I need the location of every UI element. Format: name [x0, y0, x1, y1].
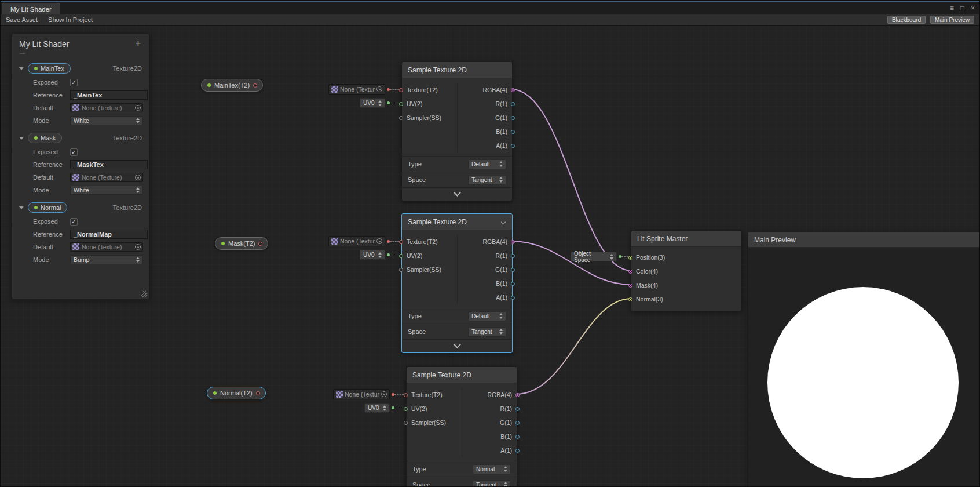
resize-handle[interactable] — [141, 291, 147, 297]
g-output-port[interactable] — [511, 116, 515, 120]
collapse-button[interactable] — [402, 340, 512, 352]
a-output-port[interactable] — [511, 144, 515, 148]
node-title[interactable]: Lit Sprite Master — [631, 231, 741, 247]
r-output-port[interactable] — [511, 254, 515, 258]
blackboard-toggle-button[interactable]: Blackboard — [887, 16, 926, 24]
texture-object-field[interactable]: None (Texture) — [328, 236, 385, 246]
uv-input-port[interactable] — [399, 102, 403, 106]
normal-input-port[interactable] — [628, 297, 632, 301]
sample-texture-2d-node-1[interactable]: Sample Texture 2D Texture(T2) UV(2) Samp… — [401, 61, 513, 201]
r-output-port[interactable] — [515, 407, 520, 411]
mode-dropdown[interactable]: Bump — [70, 255, 143, 264]
texture-output-port[interactable] — [253, 83, 257, 88]
collapse-button[interactable] — [402, 188, 512, 201]
maximize-icon[interactable]: □ — [960, 4, 964, 12]
graph-canvas[interactable]: MainTex(T2) Mask(T2) Normal(T2) None (Te… — [1, 1, 979, 486]
object-picker-icon[interactable] — [376, 86, 382, 92]
a-output-port[interactable] — [515, 449, 520, 453]
property-node-mask[interactable]: Mask(T2) — [215, 237, 268, 250]
texture-object-field[interactable]: None (Texture) — [328, 84, 385, 95]
rgba-output-port[interactable] — [511, 88, 515, 92]
texture-input-port[interactable] — [399, 88, 403, 92]
rgba-output-port[interactable] — [511, 240, 515, 244]
show-in-project-button[interactable]: Show In Project — [48, 16, 93, 23]
object-picker-icon[interactable] — [135, 244, 141, 250]
edge-rgba-to-color[interactable] — [511, 89, 631, 271]
position-input-port[interactable] — [628, 256, 632, 260]
reference-field[interactable] — [70, 160, 148, 169]
chevron-down-icon[interactable] — [501, 219, 506, 224]
mode-dropdown[interactable]: White — [70, 186, 143, 195]
save-asset-button[interactable]: Save Asset — [6, 16, 38, 23]
foldout-arrow-icon[interactable] — [19, 67, 24, 70]
texture-default-widget[interactable]: None (Texture) — [333, 389, 404, 399]
exposed-checkbox[interactable]: ✓ — [70, 148, 78, 156]
sample-texture-2d-node-3[interactable]: Sample Texture 2D Texture(T2) UV(2) Samp… — [406, 366, 517, 487]
type-dropdown[interactable]: Default — [468, 311, 506, 321]
g-output-port[interactable] — [511, 268, 515, 272]
edge-rgba-to-mask[interactable] — [511, 241, 631, 285]
space-dropdown[interactable]: Tangent — [468, 175, 506, 185]
a-output-port[interactable] — [511, 296, 515, 300]
type-dropdown[interactable]: Default — [468, 159, 506, 169]
edge-rgba-to-normal[interactable] — [516, 299, 631, 394]
texture-output-port[interactable] — [256, 391, 260, 395]
b-output-port[interactable] — [515, 435, 520, 439]
object-picker-icon[interactable] — [135, 175, 141, 180]
property-pill[interactable]: Mask — [28, 133, 62, 143]
color-input-port[interactable] — [628, 270, 632, 274]
default-texture-field[interactable]: None (Texture) — [70, 242, 143, 252]
g-output-port[interactable] — [515, 421, 520, 425]
texture-default-widget[interactable]: None (Texture) — [328, 84, 399, 95]
add-property-button[interactable]: + — [133, 39, 143, 48]
default-texture-field[interactable]: None (Texture) — [70, 173, 143, 182]
exposed-checkbox[interactable]: ✓ — [70, 79, 78, 86]
node-title[interactable]: Sample Texture 2D — [402, 214, 512, 230]
mask-input-port[interactable] — [628, 284, 632, 288]
object-picker-icon[interactable] — [135, 105, 141, 111]
type-dropdown[interactable]: Normal — [473, 464, 511, 474]
r-output-port[interactable] — [511, 102, 515, 106]
reference-field[interactable] — [70, 230, 148, 239]
space-dropdown[interactable]: Tangent — [473, 480, 511, 487]
uv-input-port[interactable] — [404, 407, 408, 411]
property-node-normal[interactable]: Normal(T2) — [207, 387, 266, 399]
mode-dropdown[interactable]: White — [70, 116, 143, 125]
property-node-maintex[interactable]: MainTex(T2) — [201, 79, 263, 92]
uv-channel-widget[interactable]: UV0 — [360, 98, 399, 108]
foldout-arrow-icon[interactable] — [19, 137, 24, 140]
menu-icon[interactable]: ≡ — [950, 4, 954, 12]
uv-dropdown[interactable]: UV0 — [360, 250, 385, 260]
uv-input-port[interactable] — [399, 254, 403, 258]
main-preview-toggle-button[interactable]: Main Preview — [930, 16, 974, 24]
uv-dropdown[interactable]: UV0 — [364, 403, 390, 413]
object-picker-icon[interactable] — [376, 238, 382, 244]
uv-channel-widget[interactable]: UV0 — [360, 250, 399, 260]
space-dropdown[interactable]: Object Space — [571, 252, 617, 261]
sampler-input-port[interactable] — [399, 268, 403, 272]
preview-viewport[interactable] — [748, 248, 980, 487]
property-pill[interactable]: Normal — [28, 202, 67, 213]
texture-default-widget[interactable]: None (Texture) — [328, 236, 399, 246]
position-space-widget[interactable]: Object Space — [571, 252, 631, 261]
texture-input-port[interactable] — [404, 393, 408, 397]
texture-output-port[interactable] — [258, 242, 262, 246]
b-output-port[interactable] — [511, 130, 515, 134]
reference-field[interactable] — [70, 90, 148, 100]
exposed-checkbox[interactable]: ✓ — [70, 218, 78, 226]
close-icon[interactable]: × — [971, 4, 975, 12]
object-picker-icon[interactable] — [381, 391, 387, 397]
uv-channel-widget[interactable]: UV0 — [364, 403, 404, 413]
texture-input-port[interactable] — [399, 240, 403, 244]
lit-sprite-master-node[interactable]: Lit Sprite Master Position(3) Color(4) M… — [631, 230, 742, 311]
sampler-input-port[interactable] — [404, 421, 408, 425]
rgba-output-port[interactable] — [515, 393, 520, 397]
preview-title[interactable]: Main Preview — [748, 232, 980, 248]
sample-texture-2d-node-2[interactable]: Sample Texture 2D Texture(T2) UV(2) Samp… — [401, 213, 513, 353]
space-dropdown[interactable]: Tangent — [468, 327, 506, 337]
b-output-port[interactable] — [511, 282, 515, 286]
foldout-arrow-icon[interactable] — [19, 206, 24, 209]
node-title[interactable]: Sample Texture 2D — [407, 367, 517, 383]
default-texture-field[interactable]: None (Texture) — [70, 103, 143, 112]
node-title[interactable]: Sample Texture 2D — [402, 62, 512, 78]
